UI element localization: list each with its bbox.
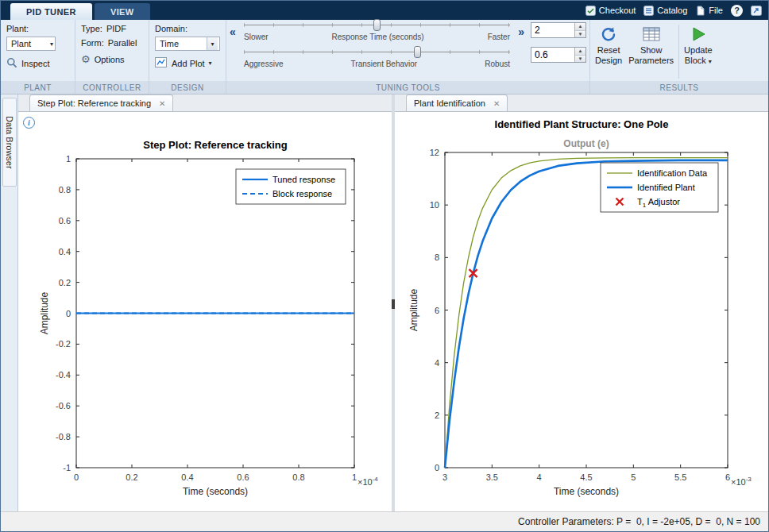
svg-text:Step Plot: Reference tracking: Step Plot: Reference tracking xyxy=(143,139,287,151)
transient-behavior-spinner-input[interactable] xyxy=(531,48,574,62)
inspect-button[interactable]: Inspect xyxy=(6,57,49,70)
spinner-down-icon[interactable]: ▼ xyxy=(575,56,585,63)
tab-pid-tuner[interactable]: PID TUNER xyxy=(10,3,92,20)
tuning-spinners: ▲ ▼ ▲ ▼ xyxy=(531,22,586,63)
svg-text:0.8: 0.8 xyxy=(292,472,304,482)
domain-select-value: Time xyxy=(160,39,179,48)
resources-button[interactable] xyxy=(751,6,762,16)
slider-label-transient-behavior: Transient Behavior xyxy=(351,60,418,68)
gear-icon: ⚙ xyxy=(81,54,91,64)
ribbon-tabs: PID TUNER VIEW xyxy=(1,1,153,20)
reset-design-button[interactable]: ResetDesign xyxy=(592,22,625,67)
svg-text:-1: -1 xyxy=(63,463,71,472)
catalog-button[interactable]: Catalog xyxy=(643,6,687,16)
tab-view[interactable]: VIEW xyxy=(95,3,150,20)
slider-label-response-time: Response Time (seconds) xyxy=(332,33,424,41)
options-button[interactable]: ⚙ Options xyxy=(81,54,125,64)
svg-text:×10-4: ×10-4 xyxy=(357,476,378,487)
info-button[interactable]: i xyxy=(23,117,35,129)
results-section: ResetDesign ShowParameters UpdateBlock ▾… xyxy=(590,20,768,94)
table-icon xyxy=(643,24,660,44)
plant-dropdown-value: Plant xyxy=(11,39,31,48)
caret-down-icon: ▾ xyxy=(50,40,53,48)
file-button[interactable]: File xyxy=(695,6,723,16)
titlebar: PID TUNER VIEW Checkout Catalog File ? xyxy=(1,1,768,20)
close-icon[interactable]: ✕ xyxy=(493,99,500,108)
design-section-label: DESIGN xyxy=(149,81,226,94)
svg-text:6: 6 xyxy=(725,472,730,482)
svg-text:Identified Plant: Identified Plant xyxy=(637,183,695,192)
reset-design-label: ResetDesign xyxy=(595,45,622,66)
step-plot-tab[interactable]: Step Plot: Reference tracking ✕ xyxy=(29,94,173,111)
response-time-spinner[interactable]: ▲ ▼ xyxy=(531,22,586,38)
update-block-button[interactable]: UpdateBlock ▾ xyxy=(681,22,715,68)
options-label: Options xyxy=(95,55,125,64)
file-icon xyxy=(695,6,705,16)
domain-select[interactable]: Time ▾ xyxy=(155,37,220,51)
plant-section: Plant: Plant ▾ Inspect PLANT xyxy=(1,20,75,94)
plant-identification-tabbar: Plant Identification ✕ xyxy=(395,94,768,112)
svg-text:-0.4: -0.4 xyxy=(56,370,71,380)
response-time-slider-track[interactable] xyxy=(244,23,510,27)
response-time-spinner-input[interactable] xyxy=(531,23,574,37)
caret-down-icon: ▾ xyxy=(207,37,218,50)
magnifier-icon xyxy=(6,57,17,70)
slider-label-aggressive: Aggressive xyxy=(244,60,283,68)
show-parameters-label: ShowParameters xyxy=(628,45,674,66)
controller-section: Type:PIDF Form:Parallel ⚙ Options CONTRO… xyxy=(75,20,149,94)
catalog-label: Catalog xyxy=(657,6,687,15)
results-section-label: RESULTS xyxy=(590,81,768,94)
response-time-slider-handle[interactable] xyxy=(373,19,381,31)
svg-text:Time (seconds): Time (seconds) xyxy=(183,486,248,497)
svg-text:Output (e): Output (e) xyxy=(563,138,609,149)
svg-text:1: 1 xyxy=(66,154,71,164)
data-browser-tab[interactable]: Data Browser xyxy=(2,98,17,187)
checkout-button[interactable]: Checkout xyxy=(585,6,636,16)
svg-text:Amplitude: Amplitude xyxy=(39,292,50,335)
svg-text:6: 6 xyxy=(435,306,439,315)
caret-down-icon: ▾ xyxy=(209,60,212,67)
plant-identification-tab[interactable]: Plant Identification ✕ xyxy=(406,94,508,111)
slider-extend-right-button[interactable]: » xyxy=(518,26,524,37)
svg-text:0.4: 0.4 xyxy=(181,472,193,482)
svg-text:10: 10 xyxy=(430,200,439,210)
help-icon: ? xyxy=(734,6,740,15)
resources-icon xyxy=(751,6,762,16)
transient-behavior-slider-track[interactable] xyxy=(244,50,510,54)
plant-identification-panel: Plant Identification ✕ Identified Plant … xyxy=(395,94,768,511)
svg-text:3.5: 3.5 xyxy=(486,472,498,482)
controller-parameters-text: Controller Parameters: P = 0, I = -2e+05… xyxy=(518,516,760,527)
tuning-tools-section: « » Slower Response Time (seconds) Faste… xyxy=(226,20,590,94)
pid-tuner-window: PID TUNER VIEW Checkout Catalog File ? xyxy=(0,0,769,532)
plant-dropdown[interactable]: Plant ▾ xyxy=(6,37,56,51)
svg-text:Block response: Block response xyxy=(272,189,332,199)
add-plot-icon xyxy=(155,57,168,69)
slider-extend-left-button[interactable]: « xyxy=(230,26,236,37)
svg-text:0.2: 0.2 xyxy=(59,278,71,287)
svg-text:0.2: 0.2 xyxy=(126,472,137,482)
spinner-up-icon[interactable]: ▲ xyxy=(575,23,585,31)
add-plot-button[interactable]: Add Plot ▾ xyxy=(155,57,212,69)
close-icon[interactable]: ✕ xyxy=(159,99,165,108)
data-browser-label: Data Browser xyxy=(5,116,14,169)
svg-text:4: 4 xyxy=(435,358,439,368)
show-parameters-button[interactable]: ShowParameters xyxy=(625,22,677,67)
plant-identification-tab-label: Plant Identification xyxy=(414,98,485,108)
plant-field-label: Plant: xyxy=(6,24,69,33)
main-area: Data Browser Step Plot: Reference tracki… xyxy=(1,94,768,511)
svg-text:2: 2 xyxy=(435,411,439,420)
svg-text:12: 12 xyxy=(430,148,439,157)
spinner-down-icon[interactable]: ▼ xyxy=(575,31,585,38)
inspect-label: Inspect xyxy=(21,59,49,68)
response-time-slider[interactable]: Slower Response Time (seconds) Faster xyxy=(244,23,510,41)
design-section: Domain: Time ▾ Add Plot ▾ DESIGN xyxy=(149,20,226,94)
svg-text:0: 0 xyxy=(74,472,79,482)
help-button[interactable]: ? xyxy=(731,5,743,17)
svg-text:-0.6: -0.6 xyxy=(56,401,71,411)
transient-behavior-spinner[interactable]: ▲ ▼ xyxy=(531,47,586,63)
spinner-up-icon[interactable]: ▲ xyxy=(575,48,585,56)
svg-text:-0.8: -0.8 xyxy=(56,432,71,441)
form-label: Form: xyxy=(81,38,104,48)
transient-behavior-slider-handle[interactable] xyxy=(414,46,421,58)
transient-behavior-slider[interactable]: Aggressive Transient Behavior Robust xyxy=(244,50,510,68)
